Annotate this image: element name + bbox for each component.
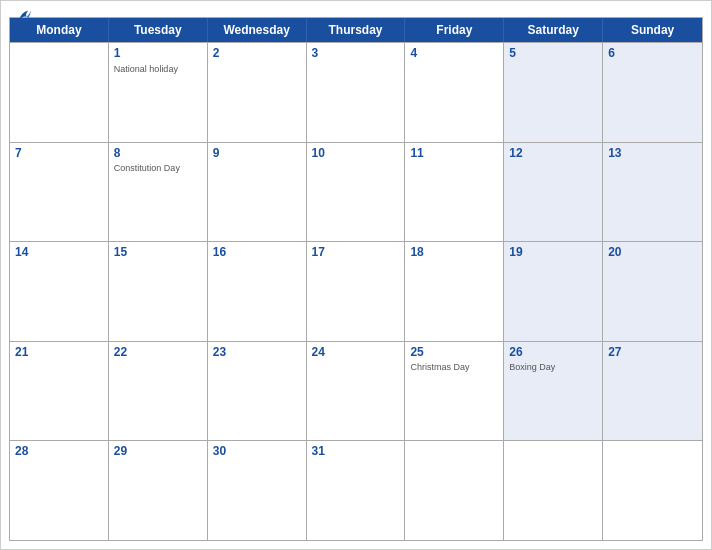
cell-day-number: 3 xyxy=(312,46,400,62)
cal-cell: 7 xyxy=(10,143,109,242)
cal-cell: 23 xyxy=(208,342,307,441)
cal-cell: 4 xyxy=(405,43,504,142)
cal-cell: 3 xyxy=(307,43,406,142)
cell-event-label: National holiday xyxy=(114,64,202,76)
cal-cell: 31 xyxy=(307,441,406,540)
cell-day-number: 22 xyxy=(114,345,202,361)
cell-day-number: 21 xyxy=(15,345,103,361)
cal-cell: 24 xyxy=(307,342,406,441)
cell-day-number: 27 xyxy=(608,345,697,361)
cal-cell: 17 xyxy=(307,242,406,341)
cell-day-number: 8 xyxy=(114,146,202,162)
day-header-sunday: Sunday xyxy=(603,18,702,42)
cell-day-number: 23 xyxy=(213,345,301,361)
cell-day-number: 11 xyxy=(410,146,498,162)
cal-cell: 21 xyxy=(10,342,109,441)
cal-cell: 9 xyxy=(208,143,307,242)
logo xyxy=(17,9,35,23)
calendar-page: MondayTuesdayWednesdayThursdayFridaySatu… xyxy=(0,0,712,550)
cell-day-number: 30 xyxy=(213,444,301,460)
cal-cell: 19 xyxy=(504,242,603,341)
cell-day-number: 7 xyxy=(15,146,103,162)
page-header xyxy=(1,1,711,17)
cell-event-label: Boxing Day xyxy=(509,362,597,374)
cell-day-number: 5 xyxy=(509,46,597,62)
cal-cell xyxy=(405,441,504,540)
week-row-1: 1National holiday23456 xyxy=(10,42,702,142)
cal-cell: 6 xyxy=(603,43,702,142)
cal-cell: 27 xyxy=(603,342,702,441)
cell-day-number: 31 xyxy=(312,444,400,460)
cal-cell: 12 xyxy=(504,143,603,242)
cell-day-number: 24 xyxy=(312,345,400,361)
week-row-2: 78Constitution Day910111213 xyxy=(10,142,702,242)
cal-cell: 20 xyxy=(603,242,702,341)
cal-cell: 30 xyxy=(208,441,307,540)
logo-blue-text xyxy=(17,9,35,23)
cell-day-number: 9 xyxy=(213,146,301,162)
calendar-body: 1National holiday2345678Constitution Day… xyxy=(10,42,702,540)
cal-cell xyxy=(504,441,603,540)
cell-day-number: 20 xyxy=(608,245,697,261)
cal-cell: 16 xyxy=(208,242,307,341)
cal-cell: 14 xyxy=(10,242,109,341)
week-row-3: 14151617181920 xyxy=(10,241,702,341)
cell-day-number: 28 xyxy=(15,444,103,460)
cal-cell: 1National holiday xyxy=(109,43,208,142)
cal-cell: 8Constitution Day xyxy=(109,143,208,242)
cell-day-number: 25 xyxy=(410,345,498,361)
cell-day-number: 17 xyxy=(312,245,400,261)
cal-cell: 2 xyxy=(208,43,307,142)
cell-day-number: 1 xyxy=(114,46,202,62)
cell-day-number: 10 xyxy=(312,146,400,162)
day-header-friday: Friday xyxy=(405,18,504,42)
cal-cell: 29 xyxy=(109,441,208,540)
cell-day-number: 13 xyxy=(608,146,697,162)
cell-day-number: 19 xyxy=(509,245,597,261)
cal-cell: 22 xyxy=(109,342,208,441)
week-row-5: 28293031 xyxy=(10,440,702,540)
cal-cell: 15 xyxy=(109,242,208,341)
cal-cell: 13 xyxy=(603,143,702,242)
cell-event-label: Constitution Day xyxy=(114,163,202,175)
cal-cell xyxy=(603,441,702,540)
cell-day-number: 15 xyxy=(114,245,202,261)
day-header-tuesday: Tuesday xyxy=(109,18,208,42)
cal-cell: 26Boxing Day xyxy=(504,342,603,441)
cell-day-number: 6 xyxy=(608,46,697,62)
cell-day-number: 12 xyxy=(509,146,597,162)
cell-day-number: 2 xyxy=(213,46,301,62)
cell-day-number: 4 xyxy=(410,46,498,62)
cal-cell: 18 xyxy=(405,242,504,341)
cal-cell xyxy=(10,43,109,142)
cal-cell: 11 xyxy=(405,143,504,242)
cell-day-number: 14 xyxy=(15,245,103,261)
cell-day-number: 18 xyxy=(410,245,498,261)
cell-day-number: 26 xyxy=(509,345,597,361)
cell-day-number: 29 xyxy=(114,444,202,460)
cal-cell: 10 xyxy=(307,143,406,242)
day-header-wednesday: Wednesday xyxy=(208,18,307,42)
day-header-saturday: Saturday xyxy=(504,18,603,42)
calendar-grid: MondayTuesdayWednesdayThursdayFridaySatu… xyxy=(9,17,703,541)
calendar-header-row: MondayTuesdayWednesdayThursdayFridaySatu… xyxy=(10,18,702,42)
day-header-thursday: Thursday xyxy=(307,18,406,42)
cal-cell: 25Christmas Day xyxy=(405,342,504,441)
cal-cell: 5 xyxy=(504,43,603,142)
cell-event-label: Christmas Day xyxy=(410,362,498,374)
logo-bird-icon xyxy=(17,9,33,23)
week-row-4: 2122232425Christmas Day26Boxing Day27 xyxy=(10,341,702,441)
cell-day-number: 16 xyxy=(213,245,301,261)
cal-cell: 28 xyxy=(10,441,109,540)
